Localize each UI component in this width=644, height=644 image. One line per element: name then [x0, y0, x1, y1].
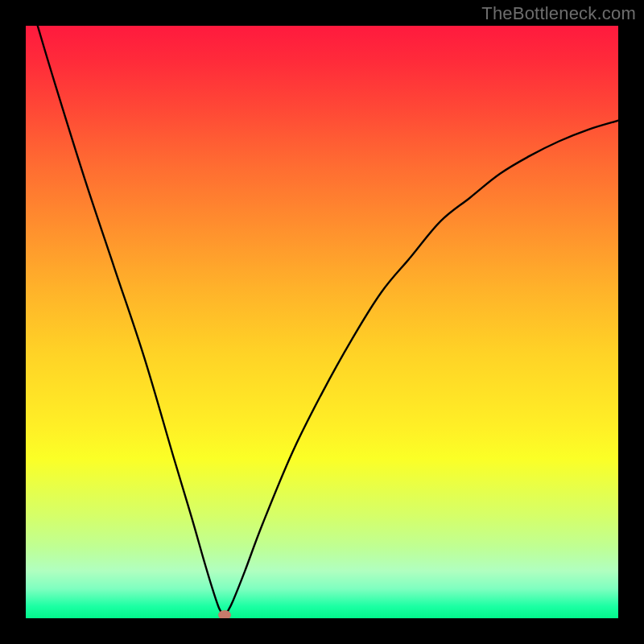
- bottleneck-curve: [26, 26, 618, 618]
- curve-left-branch: [38, 26, 225, 618]
- plot-area: [26, 26, 618, 618]
- optimal-point-marker: [218, 610, 231, 618]
- chart-frame: TheBottleneck.com: [0, 0, 644, 644]
- curve-right-branch: [225, 121, 618, 618]
- watermark-text: TheBottleneck.com: [481, 3, 636, 24]
